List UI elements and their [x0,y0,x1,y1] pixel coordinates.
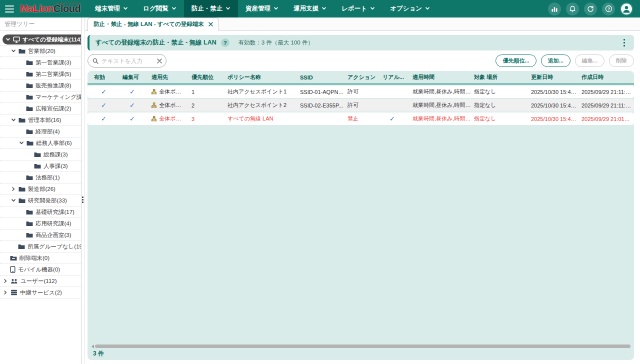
tree-item-label: 応用研究課(4) [36,220,72,228]
table-row-2[interactable]: ✓✓全体ポリシー3すべての無線 LAN禁止✓就業時間,昼休み,時間外,休日指定な… [88,112,634,125]
tree-item-4[interactable]: 販売推進課(8) [0,80,81,92]
panel-menu-kebab-icon[interactable] [620,37,628,49]
tree-item-21[interactable]: ユーザー(112) [0,276,81,287]
nav-item-label: 端末管理 [95,4,120,13]
tree-item-17[interactable]: 商品企画室(3) [0,230,81,241]
horizontal-scrollbar[interactable] [92,344,630,348]
tree-item-19[interactable]: 削除端末(0) [0,252,81,264]
phone-icon [10,266,16,273]
column-header-5[interactable]: SSID [300,74,348,80]
editable-check-icon: ✓ [122,115,152,122]
tree-item-2[interactable]: 第一営業課(3) [0,57,81,68]
help-icon[interactable]: ? [221,38,230,47]
column-header-8[interactable]: 適用時間 [412,74,474,81]
row-count-label: 3 件 [93,350,104,358]
chevron-down-icon[interactable] [11,198,16,203]
search-clear-icon[interactable] [157,58,162,64]
chevron-down-icon [123,6,128,12]
tree-item-11[interactable]: 人事課(3) [0,160,81,172]
search-icon [92,58,98,64]
column-header-3[interactable]: 優先順位 [192,74,228,81]
column-header-6[interactable]: アクション [348,74,382,81]
tree-item-0[interactable]: すべての登録端末(114) [0,34,81,46]
sidebar-splitter[interactable] [82,18,85,364]
column-header-7[interactable]: リアル... [382,74,412,81]
location-cell: 指定なし [474,88,531,96]
tree-item-15[interactable]: 基礎研究課(17) [0,206,81,218]
tab-close-icon[interactable] [208,22,213,26]
column-header-1[interactable]: 編集可 [122,74,152,81]
tree-item-16[interactable]: 応用研究課(4) [0,218,81,230]
tree-item-14[interactable]: 研究開発部(33) [0,195,81,206]
panel-title: すべての登録端末の防止・禁止 - 無線 LAN [96,38,216,47]
chevron-right-icon[interactable] [3,278,8,284]
chevron-down-icon[interactable] [11,48,16,54]
selected-tree-node[interactable]: すべての登録端末(114) [2,34,81,44]
folder-icon [18,48,26,54]
refresh-icon[interactable] [584,2,597,16]
action-cell: 許可 [348,88,382,96]
action-button-0[interactable]: 優先順位... [496,54,536,67]
policy-name-cell: すべての無線 LAN [228,115,300,122]
tree-item-7[interactable]: 管理本部(16) [0,114,81,126]
column-header-0[interactable]: 有効 [94,74,122,81]
chevron-down-icon[interactable] [19,140,24,146]
splitter-grip-icon[interactable] [82,196,84,203]
sidebar-title: 管理ツリー [0,18,81,31]
tab-wireless-lan[interactable]: 防止・禁止 - 無線 LAN - すべての登録端末 [88,18,219,31]
table-row-0[interactable]: ✓✓全体ポリシー1社内アクセスポイント1SSID-01-AQPNN...許可就業… [88,86,634,98]
updated-cell: 2025/10/30 15:46:19 [531,89,582,95]
hamburger-menu-icon[interactable] [0,0,17,18]
nav-item-4[interactable]: 運用支援 [286,0,334,18]
policy-table-card: 有効編集可適用先優先順位ポリシー名称SSIDアクションリアル...適用時間対象 … [88,71,634,360]
chevron-right-icon[interactable] [11,186,16,192]
tree-item-18[interactable]: 所属グループなし(19) [0,241,81,252]
action-button-1[interactable]: 追加... [541,54,570,67]
scope-label: 全体ポリシー [159,102,188,109]
table-header-divider [88,84,634,84]
tree-item-3[interactable]: 第二営業課(5) [0,68,81,80]
tree-item-9[interactable]: 総務人事部(6) [0,138,81,149]
tree-item-22[interactable]: 中継サービス(2) [0,287,81,298]
bar-chart-icon[interactable] [548,2,561,16]
column-header-4[interactable]: ポリシー名称 [228,74,300,81]
folder-icon [26,174,33,180]
nav-item-3[interactable]: 資産管理 [238,0,286,18]
nav-item-0[interactable]: 端末管理 [88,0,136,18]
tree-item-8[interactable]: 経理部(4) [0,126,81,138]
tree-item-13[interactable]: 製造部(26) [0,184,81,195]
tree-item-12[interactable]: 法務部(1) [0,172,81,184]
action-button-2: 編集... [575,54,604,67]
chevron-down-icon[interactable] [11,118,16,122]
tree-item-label: 人事課(3) [44,162,68,170]
tree-item-label: 所属グループなし(19) [28,243,81,250]
nav-item-5[interactable]: レポート [334,0,382,18]
enabled-check-icon: ✓ [94,88,122,96]
column-header-9[interactable]: 対象 場所 [474,74,531,81]
column-header-11[interactable]: 作成日時 [582,74,634,81]
search-input[interactable] [102,58,154,64]
tree-item-label: 中継サービス(2) [20,289,62,296]
nav-item-label: 資産管理 [246,4,270,13]
tree-item-label: 総務課(3) [44,151,68,158]
nav-item-1[interactable]: ログ閲覧 [136,0,184,18]
policy-name-cell: 社内アクセスポイント2 [228,102,300,109]
chevron-down-icon[interactable] [6,37,10,42]
tree-item-5[interactable]: マーケティング課(2) [0,92,81,103]
chevron-right-icon[interactable] [3,290,8,295]
user-icon[interactable] [620,2,633,16]
nav-item-2[interactable]: 防止・禁止 [184,0,238,18]
tree-item-1[interactable]: 営業部(20) [0,46,81,57]
scrollbar-thumb[interactable] [95,344,630,348]
column-header-2[interactable]: 適用先 [152,74,192,81]
tree-item-6[interactable]: 広報宣伝課(2) [0,103,81,114]
bell-icon[interactable] [566,2,579,16]
table-row-1[interactable]: ✓✓全体ポリシー2社内アクセスポイント2SSID-02-E355P...許可就業… [88,99,634,112]
nav-item-6[interactable]: オプション [382,0,438,18]
main-menu: 端末管理ログ閲覧防止・禁止資産管理運用支援レポートオプション [88,0,438,18]
tree-item-10[interactable]: 総務課(3) [0,149,81,160]
help-icon[interactable]: ? [602,2,615,16]
column-header-10[interactable]: 更新日時 [531,74,582,81]
tree-item-20[interactable]: モバイル機器(0) [0,264,81,276]
scroll-left-arrow-icon[interactable] [92,344,94,348]
